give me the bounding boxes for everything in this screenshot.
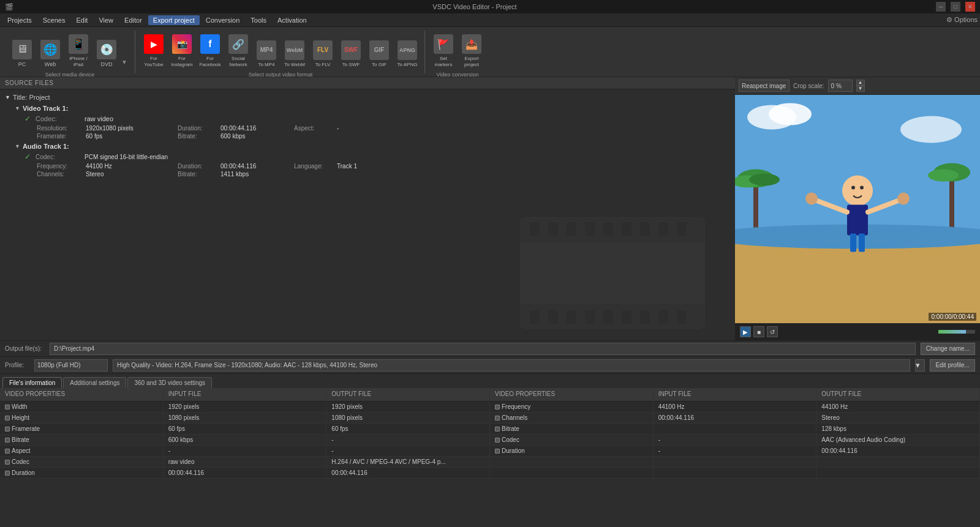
device-more-button[interactable]: ▼ [121,59,127,65]
video-track-expand[interactable]: ▼ [15,105,20,111]
profile-desc-field[interactable] [113,359,910,372]
input-width: 1920 pixels [164,402,327,412]
gif-icon: GIF [369,40,389,60]
crop-scale-input[interactable] [828,80,853,92]
options-button[interactable]: ⚙ Options [946,16,978,24]
toolbar: 🖥 PC 🌐 Web 📱 iPhone / iPad [0,27,980,77]
prop-aspect: Aspect [0,446,164,456]
tab-additional-settings[interactable]: Additional settings [63,377,126,388]
input-bitrate: 600 kbps [164,435,327,445]
close-button[interactable]: ✕ [965,2,975,12]
iphone-button[interactable]: 📱 iPhone / iPad [65,31,92,70]
audio-frequency-row: Frequency: 44100 Hz Duration: 00:00:44.1… [24,162,730,170]
svg-rect-41 [859,234,865,252]
svg-rect-5 [567,222,576,236]
prop-empty2 [490,468,654,478]
gif-button[interactable]: GIF To GIF [366,31,393,70]
video-track-item[interactable]: ▼ Video Track 1: ✓ Codec: raw video Reso… [2,103,733,141]
output-empty1 [816,457,980,467]
menu-scenes[interactable]: Scenes [38,15,70,25]
export-project-button[interactable]: 📤 Export project [458,31,485,70]
table-row: Framerate 60 fps 60 fps Bitrate 128 kbps [0,424,980,435]
web-button[interactable]: 🌐 Web [37,31,64,70]
collapse-icon[interactable]: ▼ [5,94,10,100]
minimize-button[interactable]: ─ [936,2,946,12]
instagram-button[interactable]: 📸 For Instagram [168,31,195,70]
audio-track-item[interactable]: ▼ Audio Track 1: ✓ Codec: PCM signed 16-… [2,141,733,179]
play-button[interactable]: ▶ [740,326,751,337]
tabs-row: File's information Additional settings 3… [0,373,980,388]
header-input-file: INPUT FILE [164,388,327,401]
youtube-button[interactable]: ▶ For YouTube [140,31,167,70]
crop-scale-label: Crop scale: [793,83,824,89]
svg-rect-10 [658,222,668,236]
menu-view[interactable]: View [94,15,118,25]
volume-bar[interactable] [938,330,975,334]
social-button[interactable]: 🔗 Social Network [225,31,252,70]
input-audio-bitrate [654,424,817,434]
profile-select[interactable]: 1080p (Full HD) [34,359,108,372]
preview-time: 0:00:00/0:00:44 [929,313,976,321]
svg-rect-1 [521,218,704,242]
profile-desc-dropdown[interactable]: ▾ [915,359,925,372]
prop-width: Width [0,402,164,412]
menu-edit[interactable]: Edit [71,15,92,25]
input-codec: raw video [164,457,327,467]
audio-track-label: Audio Track 1: [23,143,69,150]
props-table-header: VIDEO PROPERTIES INPUT FILE OUTPUT FILE … [0,388,980,402]
svg-rect-16 [603,310,613,324]
prop-duration: Duration [0,468,164,478]
stop-button[interactable]: ■ [753,326,764,337]
menu-export-project[interactable]: Export project [148,15,200,25]
menu-activation[interactable]: Activation [273,15,312,25]
conversion-group: 🚩 Set markers 📤 Export project Video con… [426,31,489,73]
output-aspect: - [326,446,490,456]
audio-channels-row: Channels: Stereo Bitrate: 1411 kbps [24,170,730,178]
input-audio-duration: - [654,446,817,456]
swf-button[interactable]: SWF To SWF [337,31,364,70]
mp4-icon: MP4 [257,40,276,60]
mp4-button[interactable]: MP4 To MP4 [253,31,280,70]
output-channels: Stereo [816,413,980,423]
table-row: Width 1920 pixels 1920 pixels Frequency … [0,402,980,413]
dvd-button[interactable]: 💿 DVD [93,31,120,70]
svg-point-23 [769,103,812,125]
loop-button[interactable]: ↺ [767,326,778,337]
reaspect-select[interactable]: Reaspect image [739,80,790,92]
facebook-button[interactable]: f For Facebook [197,31,224,70]
crop-increment[interactable]: ▲ [856,80,865,86]
pc-button[interactable]: 🖥 PC [9,31,36,70]
menu-editor[interactable]: Editor [119,15,147,25]
menu-projects[interactable]: Projects [2,15,37,25]
preview-image [735,95,980,323]
crop-decrement[interactable]: ▼ [856,86,865,92]
output-audio-codec: AAC (Advanced Audio Coding) [816,435,980,445]
set-markers-button[interactable]: 🚩 Set markers [430,31,457,70]
svg-rect-8 [622,222,631,236]
edit-profile-button[interactable]: Edit profile... [930,359,975,372]
maximize-button[interactable]: □ [951,2,960,12]
tab-3d-settings[interactable]: 360 and 3D video settings [127,377,212,388]
output-row: Output file(s): Change name... [0,340,980,356]
output-audio-bitrate: 128 kbps [816,424,980,434]
audio-track-expand[interactable]: ▼ [15,143,20,149]
facebook-icon: f [200,34,220,54]
profile-label: Profile: [5,362,29,368]
svg-point-42 [851,186,855,190]
svg-rect-2 [521,304,704,328]
flv-button[interactable]: FLV To FLV [309,31,336,70]
apng-button[interactable]: APNG To APNG [394,31,421,70]
menu-tools[interactable]: Tools [246,15,271,25]
tab-files-info[interactable]: File's information [2,377,62,388]
change-name-button[interactable]: Change name... [921,343,975,355]
webm-button[interactable]: WebM To WebM [281,31,308,70]
file-tree[interactable]: ▼ Title: Project ▼ Video Track 1: ✓ Code… [0,89,735,340]
prop-empty1 [490,457,654,467]
project-item[interactable]: ▼ Title: Project [2,92,733,103]
svg-point-34 [842,176,873,206]
svg-point-31 [928,170,959,182]
menu-conversion[interactable]: Conversion [201,15,245,25]
svg-rect-9 [640,222,650,236]
video-resolution-row: Resolution: 1920x1080 pixels Duration: 0… [24,124,730,132]
output-field[interactable] [50,343,916,355]
